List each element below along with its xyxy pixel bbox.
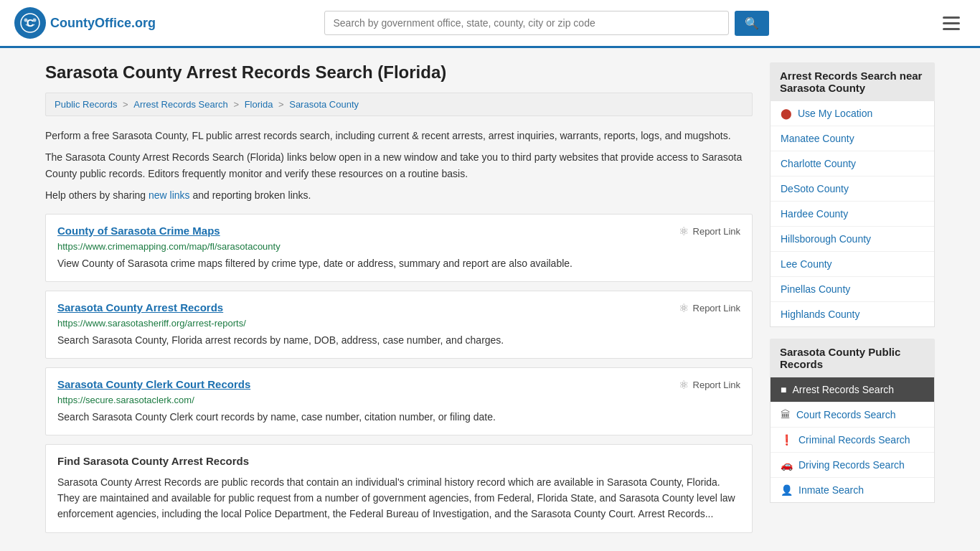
new-links-link[interactable]: new links [149, 189, 190, 201]
public-records-label-1: Court Records Search [796, 409, 896, 420]
report-label-1: Report Link [693, 303, 740, 314]
nearby-label-4: Hardee County [781, 208, 848, 220]
public-records-icon-0: ■ [781, 384, 786, 395]
nearby-label-0: Use My Location [798, 108, 872, 119]
sidebar-nearby-link-0[interactable]: ⬤Use My Location [771, 101, 934, 126]
sidebar-nearby-link-1[interactable]: Manatee County [771, 126, 934, 151]
records-list: County of Sarasota Crime Maps ⚛ Report L… [45, 214, 753, 435]
sidebar-nearby-link-4[interactable]: Hardee County [771, 202, 934, 227]
breadcrumb-public-records[interactable]: Public Records [55, 99, 117, 110]
location-icon: ⬤ [781, 108, 792, 119]
nearby-label-2: Charlotte County [781, 158, 856, 169]
sidebar-nearby-link-8[interactable]: Highlands County [771, 302, 934, 326]
sidebar: Arrest Records Search near Sarasota Coun… [770, 62, 935, 533]
header: C CountyOffice.org 🔍 [0, 0, 980, 48]
nearby-label-5: Hillsborough County [781, 233, 871, 245]
record-entry-2: Sarasota County Clerk Court Records ⚛ Re… [45, 367, 753, 435]
record-url-1[interactable]: https://www.sarasotasheriff.org/arrest-r… [57, 318, 740, 329]
breadcrumb: Public Records > Arrest Records Search >… [45, 93, 753, 116]
sidebar-public-records-title: Sarasota County Public Records [770, 339, 935, 377]
search-icon: 🔍 [745, 17, 759, 29]
nearby-label-3: DeSoto County [781, 183, 849, 194]
record-title-0[interactable]: County of Sarasota Crime Maps [57, 225, 220, 237]
description-1: Perform a free Sarasota County, FL publi… [45, 128, 753, 143]
public-records-icon-3: 🚗 [781, 459, 793, 471]
menu-line-2 [943, 22, 960, 24]
sidebar-nearby-link-6[interactable]: Lee County [771, 252, 934, 277]
page-title: Sarasota County Arrest Records Search (F… [45, 62, 753, 83]
sidebar-public-records-body: ■Arrest Records Search🏛Court Records Sea… [770, 377, 935, 503]
svg-text:C: C [27, 17, 34, 29]
breadcrumb-arrest-records-search[interactable]: Arrest Records Search [133, 99, 228, 110]
main-container: Sarasota County Arrest Records Search (F… [31, 48, 949, 547]
record-url-0[interactable]: https://www.crimemapping.com/map/fl/sara… [57, 241, 740, 252]
find-section: Find Sarasota County Arrest Records Sara… [45, 444, 753, 533]
record-header-2: Sarasota County Clerk Court Records ⚛ Re… [57, 378, 740, 392]
description-2: The Sarasota County Arrest Records Searc… [45, 149, 753, 182]
report-icon-2: ⚛ [679, 378, 689, 392]
sidebar-nearby-link-2[interactable]: Charlotte County [771, 151, 934, 176]
record-desc-0: View County of Sarasota crime maps filte… [57, 256, 740, 271]
breadcrumb-sep-1: > [123, 99, 131, 110]
record-url-2[interactable]: https://secure.sarasotaclerk.com/ [57, 395, 740, 405]
sidebar-public-records-link-1[interactable]: 🏛Court Records Search [771, 402, 934, 428]
public-records-label-4: Inmate Search [798, 484, 864, 496]
description-block: Perform a free Sarasota County, FL publi… [45, 128, 753, 204]
search-input[interactable] [324, 11, 729, 35]
find-section-text: Sarasota County Arrest Records are publi… [57, 474, 740, 522]
record-entry-1: Sarasota County Arrest Records ⚛ Report … [45, 291, 753, 359]
svg-point-2 [24, 19, 28, 22]
search-area: 🔍 [324, 11, 769, 36]
report-label-2: Report Link [693, 380, 740, 390]
record-header-1: Sarasota County Arrest Records ⚛ Report … [57, 301, 740, 315]
breadcrumb-florida[interactable]: Florida [245, 99, 273, 110]
breadcrumb-sep-3: > [278, 99, 286, 110]
report-link-1[interactable]: ⚛ Report Link [679, 301, 740, 315]
sidebar-public-records-link-0[interactable]: ■Arrest Records Search [771, 377, 934, 402]
menu-line-1 [943, 17, 960, 19]
search-button[interactable]: 🔍 [735, 11, 769, 36]
report-icon-1: ⚛ [679, 301, 689, 315]
menu-button[interactable] [937, 14, 966, 33]
public-records-label-2: Criminal Records Search [798, 434, 910, 446]
content-area: Sarasota County Arrest Records Search (F… [45, 62, 753, 533]
logo-area: C CountyOffice.org [14, 7, 156, 39]
menu-line-3 [943, 28, 960, 30]
sidebar-nearby-link-3[interactable]: DeSoto County [771, 176, 934, 202]
breadcrumb-sep-2: > [233, 99, 241, 110]
sidebar-public-records-section: Sarasota County Public Records ■Arrest R… [770, 339, 935, 503]
sidebar-nearby-section: Arrest Records Search near Sarasota Coun… [770, 62, 935, 327]
public-records-label-0: Arrest Records Search [792, 384, 894, 395]
record-entry-0: County of Sarasota Crime Maps ⚛ Report L… [45, 214, 753, 282]
report-label-0: Report Link [693, 226, 740, 237]
public-records-icon-4: 👤 [781, 484, 793, 496]
desc3-post: and reporting broken links. [190, 189, 311, 201]
record-title-1[interactable]: Sarasota County Arrest Records [57, 301, 223, 314]
record-title-2[interactable]: Sarasota County Clerk Court Records [57, 378, 250, 390]
nearby-label-6: Lee County [781, 258, 832, 270]
sidebar-nearby-link-7[interactable]: Pinellas County [771, 277, 934, 302]
breadcrumb-sarasota-county[interactable]: Sarasota County [289, 99, 359, 110]
sidebar-public-records-link-4[interactable]: 👤Inmate Search [771, 478, 934, 502]
find-section-title: Find Sarasota County Arrest Records [57, 455, 740, 467]
record-desc-1: Search Sarasota County, Florida arrest r… [57, 333, 740, 348]
sidebar-public-records-link-2[interactable]: ❗Criminal Records Search [771, 428, 934, 453]
report-link-2[interactable]: ⚛ Report Link [679, 378, 740, 392]
description-3: Help others by sharing new links and rep… [45, 187, 753, 203]
report-icon-0: ⚛ [679, 225, 689, 238]
sidebar-nearby-title: Arrest Records Search near Sarasota Coun… [770, 62, 935, 101]
logo-text[interactable]: CountyOffice.org [50, 16, 156, 31]
logo-tld: .org [131, 16, 156, 30]
record-header-0: County of Sarasota Crime Maps ⚛ Report L… [57, 225, 740, 238]
public-records-icon-1: 🏛 [781, 409, 791, 420]
logo-name: CountyOffice [50, 16, 131, 30]
report-link-0[interactable]: ⚛ Report Link [679, 225, 740, 238]
logo-icon: C [14, 7, 46, 39]
record-desc-2: Search Sarasota County Clerk court recor… [57, 410, 740, 425]
desc3-pre: Help others by sharing [45, 189, 149, 201]
public-records-label-3: Driving Records Search [798, 459, 905, 471]
sidebar-nearby-link-5[interactable]: Hillsborough County [771, 227, 934, 252]
nearby-label-8: Highlands County [781, 309, 860, 320]
public-records-icon-2: ❗ [781, 434, 793, 446]
sidebar-public-records-link-3[interactable]: 🚗Driving Records Search [771, 453, 934, 478]
